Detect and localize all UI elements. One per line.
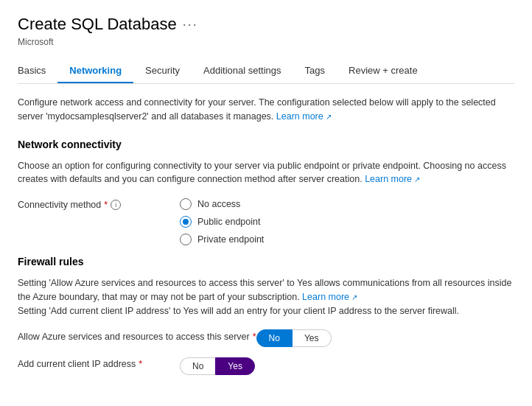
add-client-ip-toggle: No Yes <box>180 357 255 375</box>
radio-private-endpoint[interactable]: Private endpoint <box>180 234 264 245</box>
tab-networking[interactable]: Networking <box>57 59 133 83</box>
network-connectivity-desc: Choose an option for configuring connect… <box>18 159 514 187</box>
info-icon[interactable]: i <box>111 200 121 210</box>
tab-basics[interactable]: Basics <box>18 59 57 83</box>
page-subtitle: Microsoft <box>18 37 514 47</box>
page-title: Create SQL Database ··· <box>18 15 198 34</box>
allow-azure-services-row: Allow Azure services and resources to ac… <box>18 329 514 347</box>
radio-circle-public-endpoint <box>180 216 192 228</box>
allow-azure-yes-button[interactable]: Yes <box>293 329 332 347</box>
allow-azure-label: Allow Azure services and resources to ac… <box>18 329 256 344</box>
firewall-rules-section: Firewall rules Setting 'Allow Azure serv… <box>18 256 514 375</box>
network-connectivity-title: Network connectivity <box>18 139 514 150</box>
learn-more-link-3[interactable]: Learn more <box>302 292 357 302</box>
connectivity-radio-group: No access Public endpoint Private endpoi… <box>180 198 264 245</box>
allow-azure-toggle: No Yes <box>256 329 332 347</box>
connectivity-method-row: Connectivity method * i No access Public… <box>18 198 514 245</box>
tab-description: Configure network access and connectivit… <box>18 96 514 124</box>
radio-circle-private-endpoint <box>180 234 192 245</box>
add-client-ip-row: Add current client IP address * No Yes <box>18 357 514 375</box>
tab-tags[interactable]: Tags <box>293 59 337 83</box>
required-indicator: * <box>104 200 108 210</box>
firewall-rules-title: Firewall rules <box>18 256 514 267</box>
learn-more-link-1[interactable]: Learn more <box>276 111 332 122</box>
connectivity-method-label: Connectivity method * i <box>18 198 180 210</box>
radio-circle-no-access <box>180 198 192 210</box>
learn-more-link-2[interactable]: Learn more <box>365 174 420 184</box>
allow-azure-no-button[interactable]: No <box>256 329 293 347</box>
tab-review-create[interactable]: Review + create <box>337 59 430 83</box>
add-client-ip-label: Add current client IP address * <box>18 357 180 369</box>
tab-security[interactable]: Security <box>133 59 192 83</box>
tab-additional-settings[interactable]: Additional settings <box>192 59 293 83</box>
tab-bar: Basics Networking Security Additional se… <box>18 59 514 84</box>
firewall-rules-desc: Setting 'Allow Azure services and resour… <box>18 276 514 318</box>
radio-no-access[interactable]: No access <box>180 198 264 210</box>
ellipsis-menu[interactable]: ··· <box>183 17 198 32</box>
add-client-ip-no-button[interactable]: No <box>180 357 215 375</box>
add-client-ip-yes-button[interactable]: Yes <box>215 357 255 375</box>
radio-public-endpoint[interactable]: Public endpoint <box>180 216 264 228</box>
